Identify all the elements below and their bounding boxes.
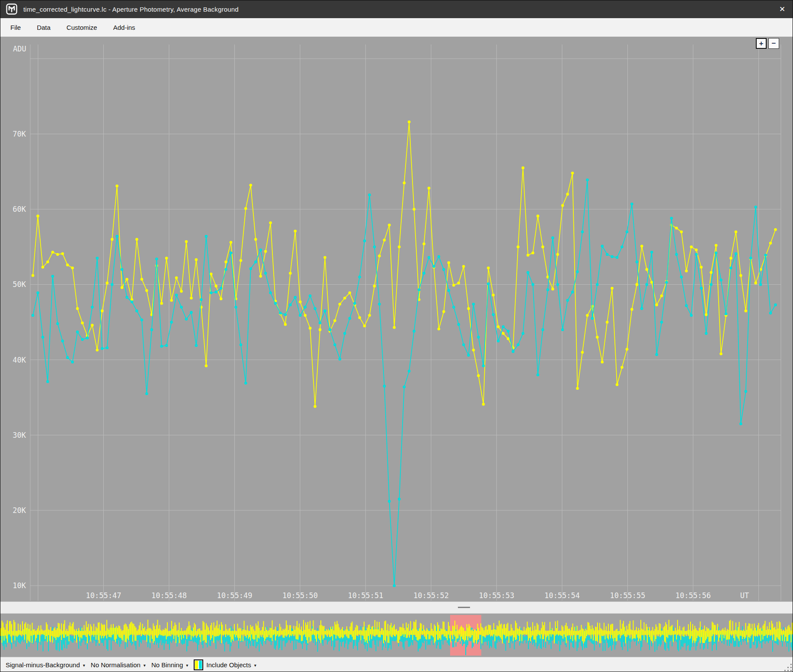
window-title: time_corrected_lightcurve.lc - Aperture …	[23, 6, 239, 13]
svg-text:10:55:53: 10:55:53	[479, 591, 515, 600]
pane-divider	[0, 602, 793, 614]
window-resize-grip[interactable]	[783, 663, 792, 671]
chevron-down-icon: ▾	[254, 663, 256, 668]
menu-customize[interactable]: Customize	[61, 21, 103, 34]
svg-text:10:55:52: 10:55:52	[413, 591, 449, 600]
binning-dropdown[interactable]: No Binning ▾	[151, 661, 188, 669]
svg-text:40K: 40K	[13, 356, 26, 364]
svg-text:10:55:54: 10:55:54	[544, 591, 580, 600]
menu-data[interactable]: Data	[31, 21, 56, 34]
svg-text:10:55:51: 10:55:51	[348, 591, 384, 600]
menu-file[interactable]: File	[5, 21, 26, 34]
svg-text:10:55:55: 10:55:55	[610, 591, 646, 600]
svg-text:10K: 10K	[13, 581, 26, 590]
zoom-in-button[interactable]: +	[756, 38, 767, 49]
app-logo-icon	[6, 3, 17, 15]
reduction-mode-dropdown[interactable]: Signal-minus-Background ▾	[6, 661, 85, 669]
full-lightcurve-minimap[interactable]	[0, 614, 793, 657]
reduction-mode-label: Signal-minus-Background	[6, 661, 80, 669]
svg-text:70K: 70K	[13, 130, 26, 138]
svg-text:10:55:56: 10:55:56	[675, 591, 711, 600]
svg-text:30K: 30K	[13, 431, 26, 440]
svg-text:10:55:49: 10:55:49	[217, 591, 253, 600]
svg-text:UT: UT	[740, 591, 749, 600]
svg-text:10:55:48: 10:55:48	[151, 591, 187, 600]
status-bar: Signal-minus-Background ▾ No Normalisati…	[0, 657, 793, 672]
svg-text:20K: 20K	[13, 506, 26, 515]
divider-drag-handle[interactable]	[458, 607, 470, 608]
chevron-down-icon: ▾	[144, 663, 146, 668]
objects-color-key-icon	[194, 659, 203, 670]
zoom-out-button[interactable]: −	[768, 38, 779, 49]
svg-text:10:55:47: 10:55:47	[86, 591, 122, 600]
binning-label: No Binning	[151, 661, 183, 669]
include-objects-label: Include Objects	[206, 661, 251, 669]
normalisation-label: No Normalisation	[91, 661, 141, 669]
svg-text:50K: 50K	[13, 280, 26, 289]
svg-text:10:55:50: 10:55:50	[282, 591, 318, 600]
menu-add-ins[interactable]: Add-ins	[108, 21, 141, 34]
normalisation-dropdown[interactable]: No Normalisation ▾	[91, 661, 146, 669]
svg-text:60K: 60K	[13, 205, 26, 213]
title-bar: time_corrected_lightcurve.lc - Aperture …	[0, 0, 793, 18]
close-button[interactable]: ✕	[776, 3, 789, 15]
menu-bar: File Data Customize Add-ins	[0, 18, 793, 37]
include-objects-dropdown[interactable]: Include Objects ▾	[194, 659, 256, 670]
svg-text:ADU: ADU	[13, 45, 26, 53]
chevron-down-icon: ▾	[83, 663, 85, 668]
chevron-down-icon: ▾	[186, 663, 188, 668]
lightcurve-plot[interactable]: 70K60K50K40K30K20K10K10:55:4710:55:4810:…	[0, 36, 793, 602]
